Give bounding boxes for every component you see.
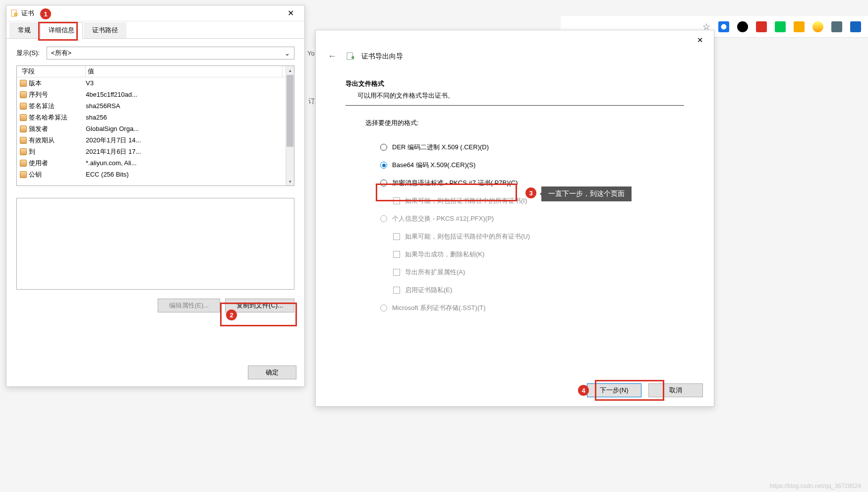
format-label: 选择要使用的格式:: [346, 119, 684, 127]
vertical-scrollbar[interactable]: [286, 66, 294, 185]
extension-icon[interactable]: [775, 21, 786, 32]
radio-label: 个人信息交换 - PKCS #12(.PFX)(P): [392, 214, 494, 223]
extension-icon[interactable]: [737, 21, 748, 32]
check-label: 导出所有扩展属性(A): [405, 268, 465, 277]
tab-general[interactable]: 常规: [9, 22, 39, 38]
background-text: Yo: [307, 50, 315, 57]
property-icon: [20, 80, 27, 87]
annotation-marker-1: 1: [40, 8, 51, 19]
radio-pkcs12: 个人信息交换 - PKCS #12(.PFX)(P): [380, 210, 684, 228]
property-icon: [20, 91, 27, 98]
table-row[interactable]: 版本V3: [17, 77, 286, 89]
tabs: 常规 详细信息 证书路径: [6, 21, 304, 39]
extension-icon[interactable]: [718, 21, 729, 32]
column-field[interactable]: 字段: [20, 66, 86, 77]
copy-to-file-button[interactable]: 复制到文件(C)...: [225, 299, 294, 312]
annotation-marker-2: 2: [226, 309, 237, 320]
radio-base64[interactable]: Base64 编码 X.509(.CER)(S): [380, 156, 684, 174]
close-button[interactable]: ✕: [281, 6, 300, 20]
divider: [346, 105, 684, 106]
property-icon: [20, 148, 27, 155]
radio-label: 加密消息语法标准 - PKCS #7 证书(.P7B)(C): [392, 179, 518, 187]
cancel-button[interactable]: 取消: [648, 383, 703, 397]
radio-label: Base64 编码 X.509(.CER)(S): [392, 161, 475, 170]
property-icon: [20, 125, 27, 132]
property-icon: [20, 160, 27, 167]
next-button[interactable]: 下一步(N): [587, 383, 641, 397]
ok-button[interactable]: 确定: [248, 366, 296, 379]
checkbox-icon: [393, 233, 400, 240]
svg-point-1: [14, 13, 17, 16]
table-row[interactable]: 使用者*.aliyun.com, Ali...: [17, 157, 286, 169]
table-row[interactable]: 到2021年1月6日 17...: [17, 146, 286, 157]
tab-details[interactable]: 详细信息: [40, 22, 83, 39]
show-label: 显示(S):: [16, 49, 40, 58]
extension-icon[interactable]: [831, 21, 842, 32]
scroll-thumb[interactable]: [287, 75, 293, 147]
wizard-icon: [346, 52, 355, 62]
svg-rect-2: [347, 53, 352, 60]
property-icon: [20, 171, 27, 178]
back-arrow-icon[interactable]: ←: [325, 51, 340, 62]
dialog-content: 显示(S): <所有> ⌄ 字段 值 版本V3 序列号4be15c1ff210a…: [6, 39, 304, 320]
table-row[interactable]: 颁发者GlobalSign Orga...: [17, 123, 286, 134]
show-select-value: <所有>: [51, 49, 71, 58]
show-select[interactable]: <所有> ⌄: [47, 47, 294, 60]
chevron-down-icon: ⌄: [285, 50, 290, 57]
radio-icon: [380, 305, 387, 311]
radio-icon: [380, 215, 387, 222]
annotation-marker-3: 3: [525, 187, 536, 198]
table-row[interactable]: 签名算法sha256RSA: [17, 100, 286, 112]
wizard-body: 导出文件格式 可以用不同的文件格式导出证书。 选择要使用的格式: DER 编码二…: [316, 70, 714, 317]
value-textarea[interactable]: [16, 198, 294, 290]
certificate-icon: [10, 9, 18, 17]
table-header: 字段 值: [17, 66, 286, 77]
wizard-title: 证书导出向导: [361, 52, 403, 61]
check-pkcs12-privacy: 启用证书隐私(E): [380, 281, 684, 299]
checkbox-icon: [393, 197, 400, 204]
radio-sst: Microsoft 系列证书存储(.SST)(T): [380, 299, 684, 317]
check-label: 启用证书隐私(E): [405, 286, 452, 295]
property-icon: [20, 114, 27, 121]
export-wizard-dialog: ✕ ← 证书导出向导 导出文件格式 可以用不同的文件格式导出证书。 选择要使用的…: [315, 30, 714, 407]
property-icon: [20, 103, 27, 110]
checkbox-icon: [393, 269, 400, 276]
annotation-marker-4: 4: [578, 385, 589, 396]
radio-icon: [380, 162, 387, 169]
format-radio-group: DER 编码二进制 X.509 (.CER)(D) Base64 编码 X.50…: [346, 138, 684, 317]
extension-icon[interactable]: [794, 21, 805, 32]
check-pkcs12-include: 如果可能，则包括证书路径中的所有证书(U): [380, 228, 684, 246]
radio-icon: [380, 144, 387, 151]
edit-properties-button: 编辑属性(E)...: [158, 299, 220, 312]
column-value[interactable]: 值: [86, 66, 283, 77]
section-title: 导出文件格式: [346, 79, 684, 88]
property-icon: [20, 137, 27, 144]
check-pkcs12-delete: 如果导出成功，删除私钥(K): [380, 246, 684, 263]
radio-icon: [380, 180, 387, 186]
table-row[interactable]: 序列号4be15c1ff210ad...: [17, 89, 286, 100]
check-label: 如果导出成功，删除私钥(K): [405, 250, 484, 259]
extension-icon[interactable]: [812, 21, 823, 32]
radio-label: DER 编码二进制 X.509 (.CER)(D): [392, 143, 489, 152]
window-title: 证书: [21, 9, 281, 18]
table-row[interactable]: 有效期从2020年1月7日 14...: [17, 134, 286, 146]
properties-table: 字段 值 版本V3 序列号4be15c1ff210ad... 签名算法sha25…: [16, 65, 294, 186]
watermark: https://blog.csdn.net/qq_36728524: [770, 483, 861, 490]
table-row[interactable]: 公钥ECC (256 Bits): [17, 169, 286, 180]
radio-der[interactable]: DER 编码二进制 X.509 (.CER)(D): [380, 138, 684, 156]
section-subtitle: 可以用不同的文件格式导出证书。: [346, 91, 684, 100]
tab-path[interactable]: 证书路径: [84, 22, 126, 38]
extension-icon[interactable]: [756, 21, 767, 32]
checkbox-icon: [393, 251, 400, 258]
check-label: 如果可能，则包括证书路径中的所有证书(U): [405, 232, 530, 241]
table-row[interactable]: 签名哈希算法sha256: [17, 112, 286, 123]
annotation-tooltip: 一直下一步，到这个页面: [541, 186, 632, 201]
extension-icon[interactable]: [850, 21, 861, 32]
check-label: 如果可能，则包括证书路径中的所有证书(I): [405, 196, 527, 205]
wizard-header: ← 证书导出向导: [316, 30, 714, 70]
checkbox-icon: [393, 287, 400, 294]
certificate-dialog: 证书 ✕ 常规 详细信息 证书路径 显示(S): <所有> ⌄ 字段 值 版本V…: [6, 5, 305, 387]
radio-label: Microsoft 系列证书存储(.SST)(T): [392, 304, 486, 312]
titlebar: 证书 ✕: [6, 5, 304, 21]
close-button[interactable]: ✕: [690, 33, 710, 47]
